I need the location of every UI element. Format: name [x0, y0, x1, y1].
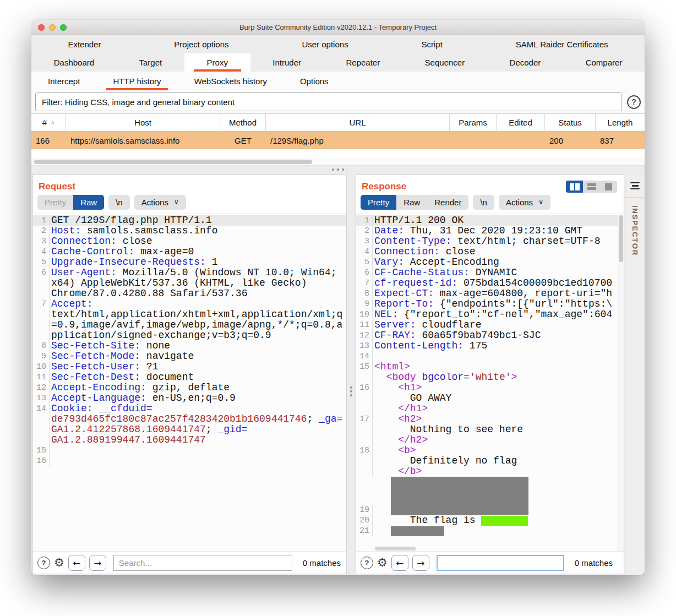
proxy-subtab-websockets-history[interactable]: WebSockets history	[178, 72, 284, 90]
code-line[interactable]: 13Content-Length: 175	[356, 341, 624, 351]
response-hscrollbar-thumb[interactable]	[375, 547, 416, 550]
code-line[interactable]: 11Sec-Fetch-Dest: document	[33, 372, 346, 383]
response-search-prev-button[interactable]: ←	[391, 555, 408, 571]
code-line[interactable]: Nothing to see here	[356, 424, 624, 435]
code-line[interactable]: 9Report-To: {"endpoints":[{"url":"https:…	[356, 299, 624, 309]
request-editor[interactable]: 1GET /129S/flag.php HTTP/1.12Host: samlo…	[33, 214, 346, 552]
column-header-url[interactable]: URL	[266, 114, 450, 131]
code-line[interactable]: 3Connection: close	[33, 236, 346, 247]
cell-url[interactable]: /129S/flag.php	[266, 132, 450, 149]
main-tab-comparer[interactable]: Comparer	[563, 53, 645, 72]
response-tab-render[interactable]: Render	[427, 195, 468, 210]
request-search-help-button[interactable]: ?	[37, 557, 50, 569]
proxy-subtab-options[interactable]: Options	[284, 72, 345, 90]
titlebar[interactable]: Burp Suite Community Edition v2020.12.1 …	[31, 20, 645, 35]
code-line[interactable]: 1GET /129S/flag.php HTTP/1.1	[33, 215, 346, 226]
code-line[interactable]: 13Accept-Language: en-US,en;q=0.9	[33, 393, 346, 404]
request-tab-n[interactable]: \n	[108, 195, 130, 210]
response-tab-actions[interactable]: Actions∨	[499, 195, 550, 210]
cell-blank[interactable]: 166	[31, 132, 66, 149]
proxy-subtab-http-history[interactable]: HTTP history	[96, 72, 177, 90]
code-line[interactable]: 16	[33, 456, 346, 466]
code-line[interactable]: 2Date: Thu, 31 Dec 2020 19:23:10 GMT	[356, 226, 624, 236]
response-vertical-scrollbar[interactable]	[618, 214, 624, 552]
code-line[interactable]: 6User-Agent: Mozilla/5.0 (Windows NT 10.…	[33, 268, 346, 278]
response-search-next-button[interactable]: →	[412, 555, 429, 571]
code-line[interactable]: 15<html>	[356, 362, 624, 372]
layout-rows-button[interactable]	[583, 181, 600, 193]
code-line[interactable]: x64) AppleWebKit/537.36 (KHTML, like Gec…	[33, 278, 346, 288]
code-line[interactable]: 5Vary: Accept-Encoding	[356, 257, 624, 268]
main-tab-sequencer[interactable]: Sequencer	[402, 53, 487, 72]
code-line[interactable]: Definitely no flag	[356, 456, 624, 466]
main-tab-saml-raider-certificates[interactable]: SAML Raider Certificates	[479, 35, 645, 53]
main-tab-project-options[interactable]: Project options	[138, 35, 265, 53]
column-header-params[interactable]: Params	[450, 114, 497, 131]
cell-length[interactable]: 837	[596, 132, 645, 149]
code-line[interactable]: 10NEL: {"report_to":"cf-nel","max_age":6…	[356, 309, 624, 320]
column-header-blank[interactable]: #∧	[31, 114, 66, 131]
panel-divider[interactable]	[347, 175, 356, 574]
code-line[interactable]: </h1>	[356, 404, 624, 414]
main-tab-extender[interactable]: Extender	[31, 35, 138, 53]
minimize-window-button[interactable]	[49, 24, 56, 31]
column-header-method[interactable]: Method	[220, 114, 266, 131]
code-line[interactable]: 1HTTP/1.1 200 OK	[356, 215, 624, 226]
divider-grip-icon[interactable]	[350, 386, 352, 396]
cell-host[interactable]: https://samlols.samsclass.info	[66, 132, 220, 149]
code-line[interactable]: 15	[33, 445, 346, 456]
code-line[interactable]: text/html,application/xhtml+xml,applicat…	[33, 309, 346, 320]
request-tab-pretty[interactable]: Pretty	[37, 195, 73, 210]
table-horizontal-scrollbar[interactable]	[31, 158, 645, 166]
response-search-input[interactable]	[437, 555, 564, 571]
code-line[interactable]: Chrome/87.0.4280.88 Safari/537.36	[33, 288, 346, 299]
code-line[interactable]: 17 <h2>	[356, 414, 624, 424]
cell-edited[interactable]	[497, 132, 545, 149]
main-tab-proxy[interactable]: Proxy	[184, 53, 250, 72]
response-tab-pretty[interactable]: Pretty	[361, 195, 396, 210]
inspector-menu-icon[interactable]	[625, 175, 645, 198]
table-scrollbar-thumb[interactable]	[34, 160, 312, 164]
code-line[interactable]: 8Expect-CT: max-age=604800, report-uri="…	[356, 288, 624, 299]
code-line[interactable]: 3Content-Type: text/html; charset=UTF-8	[356, 236, 624, 247]
code-line[interactable]: 21	[356, 526, 624, 536]
code-line[interactable]: 11Server: cloudflare	[356, 320, 624, 330]
code-line[interactable]: pplication/signed-exchange;v=b3;q=0.9	[33, 330, 346, 341]
response-search-help-button[interactable]: ?	[361, 557, 373, 569]
main-tab-script[interactable]: Script	[385, 35, 479, 53]
column-header-host[interactable]: Host	[66, 114, 220, 131]
filter-help-button[interactable]: ?	[627, 95, 641, 109]
table-editor-splitter[interactable]	[31, 166, 645, 173]
code-line[interactable]: 5Upgrade-Insecure-Requests: 1	[33, 257, 346, 268]
code-line[interactable]: </b>	[356, 466, 624, 477]
history-table-row[interactable]: 166https://samlols.samsclass.infoGET/129…	[31, 132, 645, 149]
request-search-next-button[interactable]: →	[89, 555, 106, 571]
code-line[interactable]: 4Cache-Control: max-age=0	[33, 247, 346, 257]
code-line[interactable]: 14Cookie: __cfduid=	[33, 404, 346, 414]
main-tab-dashboard[interactable]: Dashboard	[31, 53, 117, 72]
code-line[interactable]: =0.9,image/avif,image/webp,image/apng,*/…	[33, 320, 346, 330]
code-line[interactable]: 2Host: samlols.samsclass.info	[33, 226, 346, 236]
main-tab-decoder[interactable]: Decoder	[487, 53, 563, 72]
request-search-prev-button[interactable]: ←	[68, 555, 85, 571]
request-tab-raw[interactable]: Raw	[73, 195, 104, 210]
code-line[interactable]: 12Accept-Encoding: gzip, deflate	[33, 383, 346, 393]
main-tab-intruder[interactable]: Intruder	[250, 53, 324, 72]
code-line[interactable]: 19	[356, 477, 624, 515]
cell-status[interactable]: 200	[545, 132, 596, 149]
code-line[interactable]: 10Sec-Fetch-User: ?1	[33, 362, 346, 372]
code-line[interactable]: 8Sec-Fetch-Site: none	[33, 341, 346, 351]
zoom-window-button[interactable]	[60, 24, 67, 31]
code-line[interactable]: 6CF-Cache-Status: DYNAMIC	[356, 268, 624, 278]
column-header-length[interactable]: Length	[596, 114, 645, 131]
cell-method[interactable]: GET	[220, 132, 266, 149]
code-line[interactable]: <body bgcolor='white'>	[356, 372, 624, 383]
response-tab-raw[interactable]: Raw	[396, 195, 427, 210]
code-line[interactable]: 18 <b>	[356, 445, 624, 456]
column-header-edited[interactable]: Edited	[497, 114, 545, 131]
response-editor[interactable]: 1HTTP/1.1 200 OK2Date: Thu, 31 Dec 2020 …	[356, 214, 624, 552]
close-window-button[interactable]	[38, 24, 45, 31]
request-tab-actions[interactable]: Actions∨	[134, 195, 186, 210]
proxy-subtab-intercept[interactable]: Intercept	[31, 72, 96, 90]
response-tab-n[interactable]: \n	[473, 195, 494, 210]
